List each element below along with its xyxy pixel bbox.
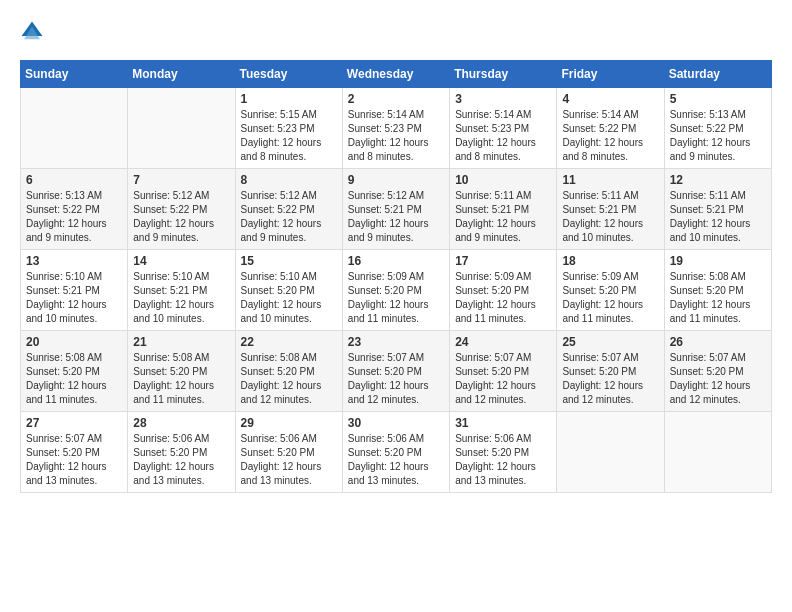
day-info: Sunrise: 5:07 AM Sunset: 5:20 PM Dayligh… — [670, 351, 766, 407]
calendar-cell: 12Sunrise: 5:11 AM Sunset: 5:21 PM Dayli… — [664, 169, 771, 250]
day-number: 28 — [133, 416, 229, 430]
day-info: Sunrise: 5:06 AM Sunset: 5:20 PM Dayligh… — [241, 432, 337, 488]
calendar-cell: 23Sunrise: 5:07 AM Sunset: 5:20 PM Dayli… — [342, 331, 449, 412]
day-number: 6 — [26, 173, 122, 187]
calendar-cell: 20Sunrise: 5:08 AM Sunset: 5:20 PM Dayli… — [21, 331, 128, 412]
calendar-cell: 16Sunrise: 5:09 AM Sunset: 5:20 PM Dayli… — [342, 250, 449, 331]
week-row-3: 13Sunrise: 5:10 AM Sunset: 5:21 PM Dayli… — [21, 250, 772, 331]
day-number: 24 — [455, 335, 551, 349]
logo-icon — [20, 20, 44, 44]
calendar-cell: 8Sunrise: 5:12 AM Sunset: 5:22 PM Daylig… — [235, 169, 342, 250]
day-number: 17 — [455, 254, 551, 268]
weekday-header-wednesday: Wednesday — [342, 61, 449, 88]
day-number: 12 — [670, 173, 766, 187]
day-info: Sunrise: 5:06 AM Sunset: 5:20 PM Dayligh… — [133, 432, 229, 488]
calendar-cell: 25Sunrise: 5:07 AM Sunset: 5:20 PM Dayli… — [557, 331, 664, 412]
day-info: Sunrise: 5:08 AM Sunset: 5:20 PM Dayligh… — [241, 351, 337, 407]
day-number: 29 — [241, 416, 337, 430]
day-info: Sunrise: 5:06 AM Sunset: 5:20 PM Dayligh… — [348, 432, 444, 488]
day-info: Sunrise: 5:11 AM Sunset: 5:21 PM Dayligh… — [562, 189, 658, 245]
day-info: Sunrise: 5:07 AM Sunset: 5:20 PM Dayligh… — [455, 351, 551, 407]
calendar-cell: 30Sunrise: 5:06 AM Sunset: 5:20 PM Dayli… — [342, 412, 449, 493]
day-info: Sunrise: 5:09 AM Sunset: 5:20 PM Dayligh… — [455, 270, 551, 326]
calendar-cell — [128, 88, 235, 169]
day-info: Sunrise: 5:14 AM Sunset: 5:23 PM Dayligh… — [348, 108, 444, 164]
calendar-cell: 26Sunrise: 5:07 AM Sunset: 5:20 PM Dayli… — [664, 331, 771, 412]
day-number: 19 — [670, 254, 766, 268]
day-number: 30 — [348, 416, 444, 430]
calendar-cell: 17Sunrise: 5:09 AM Sunset: 5:20 PM Dayli… — [450, 250, 557, 331]
week-row-2: 6Sunrise: 5:13 AM Sunset: 5:22 PM Daylig… — [21, 169, 772, 250]
day-info: Sunrise: 5:08 AM Sunset: 5:20 PM Dayligh… — [133, 351, 229, 407]
day-info: Sunrise: 5:08 AM Sunset: 5:20 PM Dayligh… — [670, 270, 766, 326]
calendar-cell: 6Sunrise: 5:13 AM Sunset: 5:22 PM Daylig… — [21, 169, 128, 250]
day-number: 5 — [670, 92, 766, 106]
calendar-table: SundayMondayTuesdayWednesdayThursdayFrid… — [20, 60, 772, 493]
page-header — [20, 20, 772, 44]
calendar-cell: 7Sunrise: 5:12 AM Sunset: 5:22 PM Daylig… — [128, 169, 235, 250]
day-number: 20 — [26, 335, 122, 349]
day-number: 26 — [670, 335, 766, 349]
day-number: 11 — [562, 173, 658, 187]
day-number: 31 — [455, 416, 551, 430]
day-number: 7 — [133, 173, 229, 187]
day-number: 8 — [241, 173, 337, 187]
calendar-cell: 31Sunrise: 5:06 AM Sunset: 5:20 PM Dayli… — [450, 412, 557, 493]
day-info: Sunrise: 5:08 AM Sunset: 5:20 PM Dayligh… — [26, 351, 122, 407]
calendar-cell: 27Sunrise: 5:07 AM Sunset: 5:20 PM Dayli… — [21, 412, 128, 493]
day-number: 22 — [241, 335, 337, 349]
calendar-cell: 14Sunrise: 5:10 AM Sunset: 5:21 PM Dayli… — [128, 250, 235, 331]
calendar-cell: 11Sunrise: 5:11 AM Sunset: 5:21 PM Dayli… — [557, 169, 664, 250]
day-info: Sunrise: 5:09 AM Sunset: 5:20 PM Dayligh… — [348, 270, 444, 326]
day-info: Sunrise: 5:11 AM Sunset: 5:21 PM Dayligh… — [455, 189, 551, 245]
calendar-cell: 28Sunrise: 5:06 AM Sunset: 5:20 PM Dayli… — [128, 412, 235, 493]
day-info: Sunrise: 5:14 AM Sunset: 5:23 PM Dayligh… — [455, 108, 551, 164]
calendar-cell: 2Sunrise: 5:14 AM Sunset: 5:23 PM Daylig… — [342, 88, 449, 169]
calendar-cell: 19Sunrise: 5:08 AM Sunset: 5:20 PM Dayli… — [664, 250, 771, 331]
calendar-cell: 21Sunrise: 5:08 AM Sunset: 5:20 PM Dayli… — [128, 331, 235, 412]
week-row-4: 20Sunrise: 5:08 AM Sunset: 5:20 PM Dayli… — [21, 331, 772, 412]
calendar-cell: 22Sunrise: 5:08 AM Sunset: 5:20 PM Dayli… — [235, 331, 342, 412]
day-info: Sunrise: 5:12 AM Sunset: 5:22 PM Dayligh… — [241, 189, 337, 245]
weekday-header-friday: Friday — [557, 61, 664, 88]
day-number: 23 — [348, 335, 444, 349]
calendar-cell: 3Sunrise: 5:14 AM Sunset: 5:23 PM Daylig… — [450, 88, 557, 169]
calendar-cell — [557, 412, 664, 493]
day-number: 3 — [455, 92, 551, 106]
calendar-cell — [21, 88, 128, 169]
day-number: 27 — [26, 416, 122, 430]
calendar-cell: 13Sunrise: 5:10 AM Sunset: 5:21 PM Dayli… — [21, 250, 128, 331]
calendar-cell: 15Sunrise: 5:10 AM Sunset: 5:20 PM Dayli… — [235, 250, 342, 331]
calendar-cell: 18Sunrise: 5:09 AM Sunset: 5:20 PM Dayli… — [557, 250, 664, 331]
calendar-cell: 4Sunrise: 5:14 AM Sunset: 5:22 PM Daylig… — [557, 88, 664, 169]
day-number: 1 — [241, 92, 337, 106]
day-number: 21 — [133, 335, 229, 349]
week-row-5: 27Sunrise: 5:07 AM Sunset: 5:20 PM Dayli… — [21, 412, 772, 493]
day-info: Sunrise: 5:11 AM Sunset: 5:21 PM Dayligh… — [670, 189, 766, 245]
day-number: 15 — [241, 254, 337, 268]
day-number: 18 — [562, 254, 658, 268]
weekday-header-saturday: Saturday — [664, 61, 771, 88]
day-number: 4 — [562, 92, 658, 106]
day-info: Sunrise: 5:07 AM Sunset: 5:20 PM Dayligh… — [562, 351, 658, 407]
calendar-cell: 1Sunrise: 5:15 AM Sunset: 5:23 PM Daylig… — [235, 88, 342, 169]
day-info: Sunrise: 5:06 AM Sunset: 5:20 PM Dayligh… — [455, 432, 551, 488]
day-info: Sunrise: 5:07 AM Sunset: 5:20 PM Dayligh… — [26, 432, 122, 488]
calendar-cell: 29Sunrise: 5:06 AM Sunset: 5:20 PM Dayli… — [235, 412, 342, 493]
weekday-header-sunday: Sunday — [21, 61, 128, 88]
day-number: 16 — [348, 254, 444, 268]
day-number: 14 — [133, 254, 229, 268]
day-number: 2 — [348, 92, 444, 106]
day-info: Sunrise: 5:09 AM Sunset: 5:20 PM Dayligh… — [562, 270, 658, 326]
day-info: Sunrise: 5:07 AM Sunset: 5:20 PM Dayligh… — [348, 351, 444, 407]
calendar-cell: 10Sunrise: 5:11 AM Sunset: 5:21 PM Dayli… — [450, 169, 557, 250]
calendar-cell: 24Sunrise: 5:07 AM Sunset: 5:20 PM Dayli… — [450, 331, 557, 412]
week-row-1: 1Sunrise: 5:15 AM Sunset: 5:23 PM Daylig… — [21, 88, 772, 169]
logo — [20, 20, 48, 44]
day-number: 9 — [348, 173, 444, 187]
calendar-cell: 5Sunrise: 5:13 AM Sunset: 5:22 PM Daylig… — [664, 88, 771, 169]
day-number: 13 — [26, 254, 122, 268]
day-number: 25 — [562, 335, 658, 349]
day-info: Sunrise: 5:13 AM Sunset: 5:22 PM Dayligh… — [670, 108, 766, 164]
calendar-cell — [664, 412, 771, 493]
